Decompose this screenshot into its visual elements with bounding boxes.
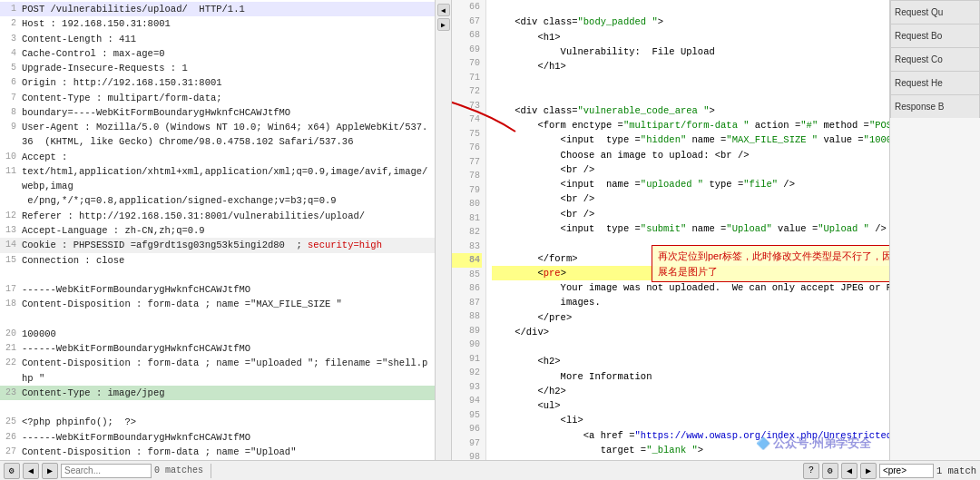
right-sidebar: Request Qu Request Bo Request Co Request…: [889, 0, 980, 460]
left-request-panel: 1 POST /vulnerabilities/upload/ HTTP/1.1…: [0, 0, 436, 460]
back-btn[interactable]: ◀: [23, 463, 39, 479]
forward-btn[interactable]: ▶: [42, 463, 58, 479]
request-query-btn[interactable]: Request Qu: [890, 0, 980, 24]
request-headers-btn[interactable]: Request He: [890, 71, 980, 94]
request-body-btn[interactable]: Request Bo: [890, 24, 980, 47]
line-number: 1: [4, 2, 16, 16]
request-cookies-btn[interactable]: Request Co: [890, 47, 980, 71]
line-gutter: 66 67 68 69 70 71 72 73 74 75 76 77 78 7…: [452, 0, 486, 460]
search-input-left[interactable]: [61, 464, 152, 478]
bottom-toolbar: ⚙ ◀ ▶ 0 matches ? ⚙ ◀ ▶ 1 match: [0, 460, 980, 480]
middle-code-panel: 66 67 68 69 70 71 72 73 74 75 76 77 78 7…: [452, 0, 889, 460]
match-count-left: 0 matches: [154, 465, 204, 475]
search-input-right[interactable]: [879, 464, 934, 478]
match-count-right: 1 match: [936, 465, 976, 476]
left-toolbar-section: ⚙ ◀ ▶ 0 matches: [4, 463, 204, 479]
panel-divider: ◀ ▶: [436, 0, 452, 460]
collapse-right-btn[interactable]: ▶: [437, 18, 450, 31]
back-btn-right[interactable]: ◀: [841, 463, 858, 479]
right-toolbar-section: ? ⚙ ◀ ▶ 1 match: [803, 463, 976, 479]
forward-btn-right[interactable]: ▶: [860, 463, 877, 479]
toolbar-divider: [211, 464, 211, 478]
settings-btn-right[interactable]: ⚙: [822, 463, 838, 479]
help-btn[interactable]: ?: [803, 463, 819, 479]
collapse-left-btn[interactable]: ◀: [437, 4, 450, 16]
response-body-btn[interactable]: Response B: [890, 94, 980, 118]
code-content: <div class="body_padded "> <h1> Vulnerab…: [486, 0, 889, 460]
settings-btn[interactable]: ⚙: [4, 463, 20, 479]
line-content: POST /vulnerabilities/upload/ HTTP/1.1: [22, 2, 431, 16]
